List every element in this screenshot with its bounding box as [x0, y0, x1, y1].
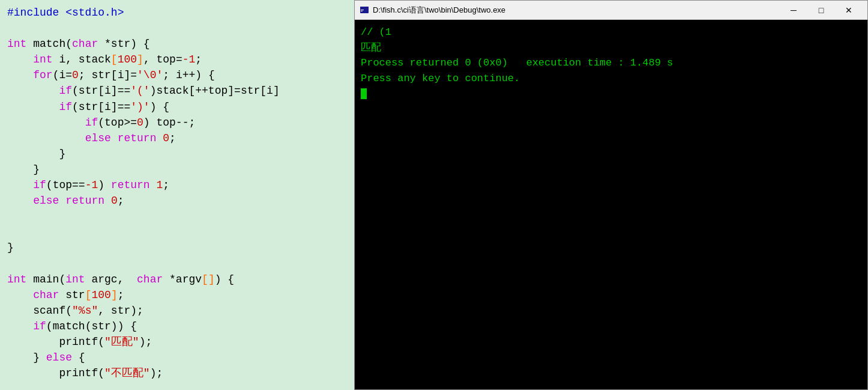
code-line-5: for(i=0; str[i]='\0'; i++) { — [7, 67, 347, 83]
code-line-3: int match(char *str) { — [7, 36, 347, 52]
code-line-17 — [7, 256, 347, 272]
code-line-7: if(str[i]==')') { — [7, 99, 347, 115]
code-line-9: else return 0; — [7, 130, 347, 146]
svg-rect-1 — [360, 7, 369, 8]
terminal-app-icon — [360, 5, 369, 15]
code-line-4: int i, stack[100], top=-1; — [7, 52, 347, 67]
terminal-window: D:\fish.c\ci语言\two\bin\Debug\two.exe ─ □… — [354, 0, 868, 390]
terminal-cursor-line — [361, 86, 861, 102]
svg-rect-3 — [361, 11, 363, 11]
terminal-body: // (1 匹配 Process returned 0 (0x0) execut… — [355, 20, 867, 389]
terminal-titlebar: D:\fish.c\ci语言\two\bin\Debug\two.exe ─ □… — [355, 1, 867, 20]
code-line-16: } — [7, 240, 347, 255]
terminal-title: D:\fish.c\ci语言\two\bin\Debug\two.exe — [373, 5, 780, 16]
maximize-button[interactable]: □ — [807, 1, 835, 20]
code-line-20: scanf("%s", str); — [7, 303, 347, 318]
code-line-11: } — [7, 162, 347, 177]
terminal-line-4: Press any key to continue. — [361, 71, 861, 87]
code-line-22: printf("匹配"); — [7, 334, 347, 350]
code-line-14 — [7, 209, 347, 224]
code-line-19: char str[100]; — [7, 287, 347, 303]
terminal-window-controls: ─ □ ✕ — [780, 1, 863, 20]
code-line-10: } — [7, 146, 347, 162]
code-line-8: if(top>=0) top--; — [7, 115, 347, 130]
terminal-line-1: // (1 — [361, 25, 861, 40]
code-line-24: printf("不匹配"); — [7, 365, 347, 381]
code-line-13: else return 0; — [7, 193, 347, 209]
code-line-2 — [7, 20, 347, 36]
code-line-15 — [7, 224, 347, 240]
code-line-1: #include <stdio.h> — [7, 5, 347, 20]
code-line-18: int main(int argc, char *argv[]) { — [7, 272, 347, 287]
minimize-button[interactable]: ─ — [780, 1, 807, 20]
code-line-12: if(top==-1) return 1; — [7, 177, 347, 193]
terminal-line-2: 匹配 — [361, 40, 861, 56]
svg-rect-2 — [361, 10, 364, 10]
terminal-line-3: Process returned 0 (0x0) execution time … — [361, 55, 861, 71]
code-editor: #include <stdio.h> int match(char *str) … — [0, 0, 354, 390]
code-line-21: if(match(str)) { — [7, 318, 347, 334]
code-line-6: if(str[i]=='(')stack[++top]=str[i] — [7, 83, 347, 99]
code-line-23: } else { — [7, 350, 347, 365]
close-button[interactable]: ✕ — [835, 1, 863, 20]
